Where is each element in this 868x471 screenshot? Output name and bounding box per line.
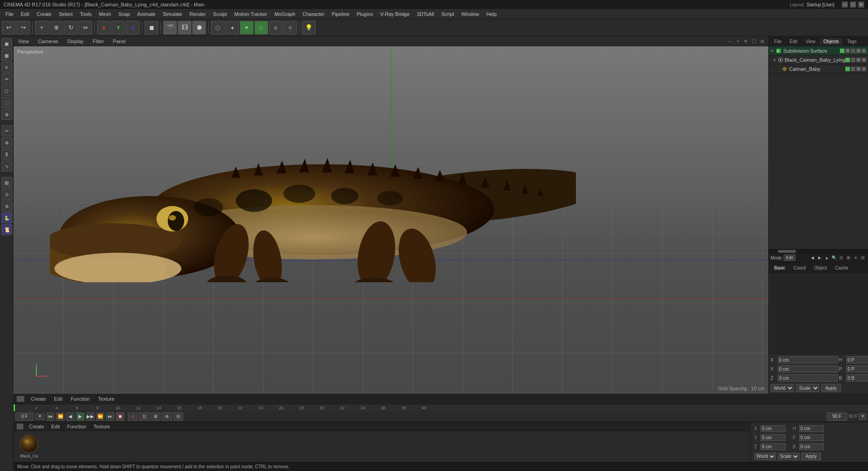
menu-plugins[interactable]: Plugins bbox=[353, 10, 376, 18]
mode-icon-up[interactable]: ▲ bbox=[824, 255, 830, 261]
object-subdivision-surface[interactable]: ▼ S Subdivision Surface ✕ bbox=[769, 46, 868, 55]
mode-icon-search[interactable]: 🔍 bbox=[831, 255, 837, 261]
attr-tab-cache[interactable]: Cache bbox=[832, 265, 852, 271]
sidebar-polygon[interactable]: ⬡ bbox=[1, 85, 12, 96]
viewport-filter-menu[interactable]: Filter bbox=[91, 38, 105, 45]
prev-frame[interactable]: ⏪ bbox=[56, 412, 64, 421]
toolbar-render-region[interactable]: ◼ bbox=[145, 21, 158, 34]
expand-triangle[interactable]: ▼ bbox=[770, 49, 774, 53]
toolbar-icon-1[interactable]: 🎬 bbox=[163, 21, 177, 34]
object-caiman-baby[interactable]: Caiman_Baby ⊛ ⊙ bbox=[769, 64, 868, 74]
rp-tab-tags[interactable]: Tags bbox=[844, 38, 860, 45]
menu-mesh[interactable]: Mesh bbox=[95, 10, 115, 18]
viewport-icon-move[interactable]: ↔ bbox=[727, 38, 733, 44]
mode-icon-prev[interactable]: ◀ bbox=[809, 255, 815, 261]
mode-icon-list[interactable]: ≡ bbox=[853, 255, 859, 261]
materials-function-menu[interactable]: Function bbox=[65, 423, 88, 430]
viewport-icon-fullscreen[interactable]: ⛶ bbox=[751, 38, 757, 44]
z-pos-input[interactable] bbox=[778, 374, 838, 382]
minimize-button[interactable]: — bbox=[842, 1, 848, 8]
h-rot-input[interactable] bbox=[846, 356, 868, 363]
toolbar-param2[interactable]: ⊙ bbox=[283, 21, 297, 34]
sidebar-python[interactable]: 🐍 bbox=[1, 212, 12, 223]
menu-select[interactable]: Select bbox=[55, 10, 77, 18]
viewport-icon-rotate[interactable]: ↻ bbox=[743, 38, 749, 44]
next-frame[interactable]: ⏩ bbox=[96, 412, 104, 421]
rp-tab-file[interactable]: File bbox=[770, 38, 785, 45]
sidebar-select[interactable]: ▣ bbox=[1, 38, 12, 49]
next-keyframe[interactable]: ▶▶ bbox=[86, 412, 94, 421]
rp-scrollbar[interactable] bbox=[769, 249, 868, 253]
timeline-edit-menu[interactable]: Edit bbox=[52, 396, 64, 402]
sidebar-script[interactable]: 📜 bbox=[1, 224, 12, 235]
attr-tab-basic[interactable]: Basic bbox=[770, 265, 789, 271]
mode-icon-grid[interactable]: ⊞ bbox=[845, 255, 852, 261]
menu-file[interactable]: File bbox=[2, 10, 17, 18]
sidebar-brush[interactable]: ⊙ bbox=[1, 189, 12, 200]
record-button[interactable]: ⏺ bbox=[116, 412, 124, 421]
sidebar-null[interactable]: ⊕ bbox=[1, 109, 12, 120]
b-rot-input[interactable] bbox=[846, 374, 868, 382]
prev-keyframe[interactable]: ◀ bbox=[66, 412, 74, 421]
x-pos-input[interactable] bbox=[778, 356, 838, 363]
timeline-function-menu[interactable]: Function bbox=[69, 396, 92, 402]
apply-button[interactable]: Apply bbox=[821, 384, 841, 392]
sidebar-brush2[interactable]: ⊚ bbox=[1, 201, 12, 211]
viewport-cameras-menu[interactable]: Cameras bbox=[36, 38, 60, 45]
toolbar-z-axis[interactable]: Z bbox=[126, 21, 140, 34]
mode-icon-more[interactable]: ⊡ bbox=[838, 255, 844, 261]
play-button[interactable]: ▶ bbox=[76, 412, 84, 421]
sidebar-knife[interactable]: ✂ bbox=[1, 125, 12, 136]
go-to-end[interactable]: ⏭ bbox=[106, 412, 114, 421]
sidebar-checkerboard[interactable]: ▦ bbox=[1, 50, 12, 61]
toolbar-icon-3[interactable]: ⬢ bbox=[192, 21, 206, 34]
viewport-icon-settings[interactable]: ⊟ bbox=[759, 38, 766, 44]
viewport[interactable]: Perspective Grid Spacing : 10 cm Y bbox=[14, 46, 768, 394]
menu-mograph[interactable]: MoGraph bbox=[271, 10, 299, 18]
sidebar-layer[interactable]: ≡ bbox=[1, 62, 12, 73]
toolbar-redo[interactable]: ↪ bbox=[16, 21, 30, 34]
menu-window[interactable]: Window bbox=[458, 10, 483, 18]
auto-key[interactable]: ⊙ bbox=[128, 412, 138, 421]
coord-b-input[interactable] bbox=[799, 443, 824, 450]
coord-x-input[interactable] bbox=[761, 425, 785, 432]
menu-snap[interactable]: Snap bbox=[115, 10, 134, 18]
sidebar-magnet[interactable]: ⊛ bbox=[1, 137, 12, 148]
sidebar-cube[interactable]: ⬛ bbox=[1, 97, 12, 108]
timeline-create-menu[interactable]: Create bbox=[29, 396, 48, 402]
sidebar-curve[interactable]: ∿ bbox=[1, 161, 12, 172]
menu-3dtoall[interactable]: 3DToAll bbox=[413, 10, 438, 18]
menu-create[interactable]: Create bbox=[33, 10, 55, 18]
coord-p-input[interactable] bbox=[799, 434, 824, 441]
toolbar-scale[interactable]: ⇔ bbox=[78, 21, 92, 34]
menu-animate[interactable]: Animate bbox=[134, 10, 159, 18]
materials-texture-menu[interactable]: Texture bbox=[92, 423, 112, 430]
object-black-caiman-baby-lying[interactable]: ▼ Black_Caiman_Baby_Lying bbox=[769, 55, 868, 64]
sidebar-dollar[interactable]: $ bbox=[1, 149, 12, 160]
timeline-texture-menu[interactable]: Texture bbox=[96, 396, 116, 402]
sidebar-layers[interactable]: ▤ bbox=[1, 177, 12, 188]
scale-select[interactable]: Scale bbox=[796, 384, 819, 392]
edit-button[interactable]: Edit bbox=[784, 255, 795, 261]
mode-icon-settings[interactable]: ⊟ bbox=[860, 255, 866, 261]
viewport-display-menu[interactable]: Display bbox=[65, 38, 85, 45]
sidebar-pen[interactable]: ✏ bbox=[1, 74, 12, 84]
menu-tools[interactable]: Tools bbox=[76, 10, 95, 18]
expand-triangle-2[interactable]: ▼ bbox=[773, 58, 776, 62]
frame-step-down[interactable]: ▼ bbox=[35, 413, 44, 420]
toolbar-y-axis[interactable]: Y bbox=[112, 21, 125, 34]
material-caiman[interactable]: Black_Ca bbox=[17, 433, 41, 460]
toolbar-select-all[interactable]: ◯ bbox=[211, 21, 224, 34]
menu-script[interactable]: Script bbox=[438, 10, 458, 18]
end-frame-step[interactable]: ▼ bbox=[859, 413, 866, 420]
menu-render[interactable]: Render bbox=[186, 10, 210, 18]
toolbar-param-mode[interactable]: ◎ bbox=[269, 21, 283, 34]
toolbar-rotate[interactable]: ↻ bbox=[64, 21, 78, 34]
coord-z-input[interactable] bbox=[761, 443, 785, 450]
key-mode[interactable]: ⊞ bbox=[151, 412, 161, 421]
attr-tab-coord[interactable]: Coord bbox=[790, 265, 809, 271]
current-frame-input[interactable] bbox=[15, 412, 34, 421]
coord-y-input[interactable] bbox=[761, 434, 785, 441]
attr-tab-object[interactable]: Object bbox=[810, 265, 831, 271]
viewport-panel-menu[interactable]: Panel bbox=[111, 38, 127, 45]
